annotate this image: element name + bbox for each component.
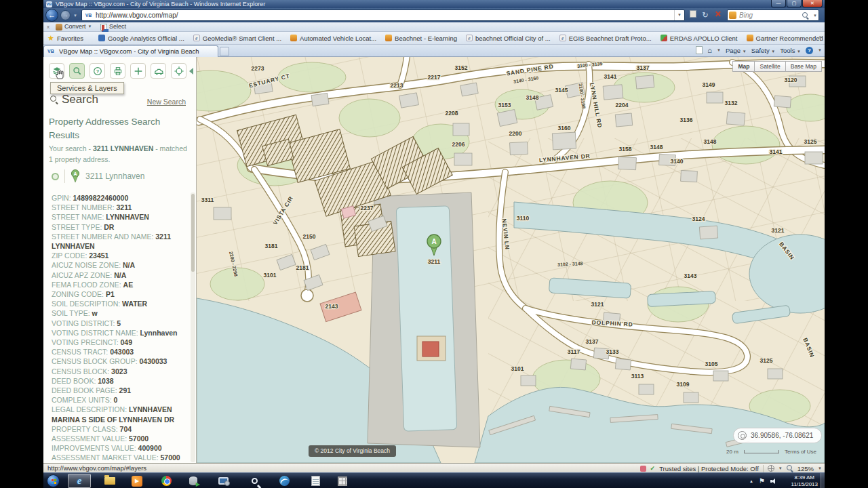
close-button[interactable]: ✕ [802, 0, 823, 7]
panel-collapse-icon[interactable] [189, 68, 193, 75]
taskbar-explorer-button[interactable] [98, 474, 121, 488]
page-menu[interactable]: Page ▼ [726, 47, 747, 54]
refresh-button[interactable]: ↻ [700, 10, 711, 20]
tools-menu[interactable]: Tools ▼ [780, 47, 801, 54]
search-icon[interactable] [802, 12, 809, 19]
locate-tool-button[interactable] [171, 63, 186, 79]
select-button[interactable]: Select [100, 22, 126, 31]
taskbar-editor-button[interactable] [304, 474, 327, 488]
favorites-link[interactable]: Google Analytics Official ... [98, 35, 184, 42]
favorites-overflow-icon[interactable]: » [819, 34, 822, 40]
add-tool-button[interactable] [130, 63, 146, 79]
zone-dropdown-icon[interactable]: ▼ [778, 466, 783, 470]
sidebar-scrollbar[interactable] [191, 192, 195, 462]
url-dropdown-icon[interactable]: ▼ [674, 10, 684, 20]
zoom-dropdown-icon[interactable]: ▼ [818, 466, 822, 470]
taskbar-chrome-button[interactable] [155, 474, 178, 488]
property-detail-row: VOTING DISTRICT NAME: Lynnhaven [52, 328, 189, 338]
taskbar-media-player-button[interactable]: ▶ [125, 474, 149, 488]
search-tool-button[interactable] [69, 63, 85, 79]
start-button[interactable] [47, 474, 60, 487]
taskbar-grid-app-button[interactable] [331, 474, 354, 488]
parcel-number-label: 3124 [692, 216, 705, 222]
satellite-button[interactable]: Satellite [755, 61, 785, 72]
favorites-link[interactable]: Automated Vehicle Locat... [290, 35, 376, 42]
result-status-icon[interactable] [52, 173, 59, 180]
tab-title: VBgov Map :: VBgov.com - City of Virgini… [59, 47, 199, 55]
url-field[interactable]: VB http://www.vbgov.com/map/ ▼ [81, 9, 685, 21]
scrollbar-thumb[interactable] [191, 194, 195, 272]
favorites-link[interactable]: eEGIS Beachnet Draft Proto... [559, 35, 652, 42]
property-detail-row: ZONING CODE: P1 [52, 289, 189, 299]
minimize-button[interactable]: — [771, 0, 786, 7]
map-button[interactable]: Map [732, 61, 755, 72]
favorites-link[interactable]: ERDAS APOLLO Client [660, 35, 738, 42]
search-box[interactable]: Bing ▼ [727, 9, 819, 21]
result-label[interactable]: 3211 Lynnhaven [85, 171, 144, 181]
page-icon[interactable] [696, 46, 703, 54]
select-icon [100, 24, 107, 30]
taskbar-geo-app-button[interactable] [273, 474, 296, 488]
back-button[interactable]: ← [45, 9, 58, 22]
search-dropdown-icon[interactable]: ▼ [813, 14, 817, 18]
history-dropdown-icon[interactable]: ▼ [73, 14, 77, 18]
help-icon[interactable]: ? [806, 47, 813, 54]
tray-expand-icon[interactable]: ▲ [749, 479, 753, 483]
addon-icon[interactable] [640, 466, 646, 472]
parcel-number-label: 2217 [428, 74, 441, 81]
new-search-link[interactable]: New Search [147, 98, 186, 106]
parcel-number-label: 3153 [498, 102, 511, 108]
tab-vbgov-map[interactable]: VB VBgov Map :: VBgov.com - City of Virg… [43, 45, 218, 57]
property-detail-row: AICUZ NOISE ZONE: N/A [52, 260, 189, 270]
divider [64, 169, 65, 183]
basemap-button[interactable]: Base Map [786, 61, 822, 72]
result-row[interactable]: A 3211 Lynnhaven [52, 169, 144, 183]
coordinates-value: 36.90586, -76.08621 [751, 432, 813, 439]
help-tool-button[interactable]: ? [90, 63, 105, 79]
new-tab-button[interactable] [220, 47, 229, 56]
taskbar-search-app-button[interactable] [243, 474, 266, 488]
favorites-link[interactable]: Beachnet - E-learning [385, 35, 457, 42]
taskbar-system-button[interactable] [212, 474, 235, 488]
zoom-icon[interactable] [787, 465, 793, 472]
property-detail-row: CENSUS BLOCK GROUP: 0430033 [52, 357, 189, 366]
favorites-label[interactable]: Favorites [57, 35, 83, 42]
maximize-button[interactable]: ▢ [787, 0, 802, 7]
parcel-number-label: 3141 [770, 148, 783, 155]
favorites-link[interactable]: Gartner Recommended R... [747, 35, 825, 42]
directions-tool-button[interactable] [151, 63, 166, 79]
volume-icon[interactable] [770, 478, 777, 485]
favorites-star-icon[interactable]: ★ [47, 34, 54, 43]
parcel-number-label: 2204 [616, 102, 629, 108]
stop-button[interactable] [712, 10, 723, 20]
search-heading: Search [50, 93, 98, 106]
parcel-number-label: 3145 [555, 87, 568, 94]
parcel-number-label: 3149 [703, 81, 715, 88]
show-desktop-button[interactable] [821, 473, 825, 488]
taskbar-ie-button[interactable]: e [68, 474, 91, 488]
locate-icon[interactable] [738, 431, 747, 440]
favorites-link[interactable]: eGeoMedia® Smart Client ... [193, 35, 281, 42]
parcel-number-label: 2150 [303, 233, 316, 240]
taskbar-database-button[interactable] [182, 474, 205, 488]
favorites-link[interactable]: ebeachnet Official City of ... [466, 35, 551, 42]
forward-button[interactable]: → [60, 10, 71, 20]
basemap-switcher: Map Satellite Base Map [732, 61, 822, 72]
safety-menu[interactable]: Safety ▼ [751, 47, 776, 54]
convert-button[interactable]: Convert▼ [56, 22, 92, 31]
toolbar-close-icon[interactable]: x [47, 22, 50, 31]
convert-icon [56, 24, 62, 30]
map-canvas[interactable]: ESTUARY CTSAND PINE RD3140 - 31603100 - … [197, 57, 825, 463]
zone-globe-icon[interactable] [768, 465, 774, 472]
action-center-icon[interactable]: ⚑ [759, 478, 765, 485]
main-area: ? [43, 57, 825, 463]
zoom-level[interactable]: 125% [797, 465, 814, 472]
property-detail-row: PROPERTY CLASS: 704 [52, 424, 189, 434]
terms-link[interactable]: Terms of Use [785, 449, 816, 455]
map-scale: 20 m Terms of Use [726, 449, 816, 455]
home-icon[interactable]: ⌂ [707, 47, 712, 54]
favorite-favicon-icon: e [193, 35, 200, 41]
compatibility-view-button[interactable] [688, 10, 698, 20]
print-tool-button[interactable] [110, 63, 125, 79]
taskbar-clock[interactable]: 8:39 AM 11/15/2013 [791, 474, 818, 487]
